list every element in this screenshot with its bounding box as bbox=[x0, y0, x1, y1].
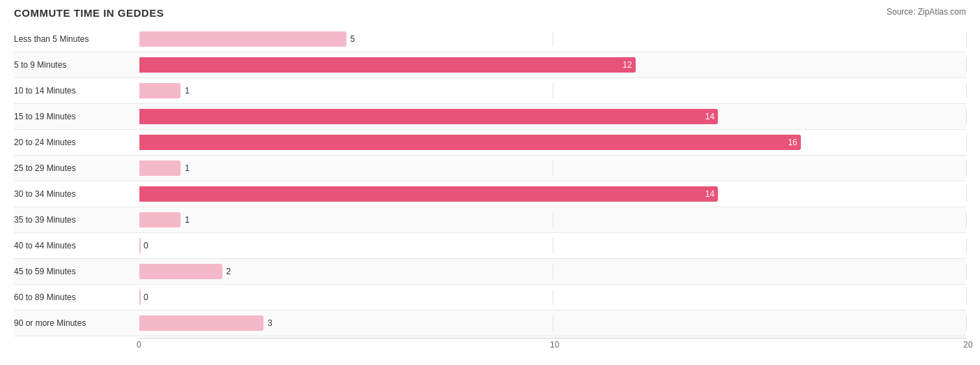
bar-label: Less than 5 Minutes bbox=[14, 34, 139, 44]
bar-row: 5 to 9 Minutes12 bbox=[14, 52, 966, 78]
bar-row: Less than 5 Minutes5 bbox=[14, 27, 966, 52]
bar-container: 1 bbox=[139, 83, 966, 98]
bar-label: 45 to 59 Minutes bbox=[14, 267, 139, 276]
bar bbox=[139, 31, 346, 47]
bar-label: 5 to 9 Minutes bbox=[14, 60, 139, 70]
bar-value-label: 12 bbox=[622, 60, 631, 70]
bar: 12 bbox=[139, 57, 636, 73]
bar-row: 30 to 34 Minutes14 bbox=[14, 181, 966, 207]
bar-value-label: 1 bbox=[185, 215, 190, 225]
bar-label: 10 to 14 Minutes bbox=[14, 86, 139, 96]
x-axis-tick: 0 bbox=[137, 340, 141, 350]
bar-value-label: 0 bbox=[144, 292, 148, 302]
bar-row: 40 to 44 Minutes0 bbox=[14, 233, 966, 259]
bar-value-label: 2 bbox=[227, 267, 231, 276]
bar-label: 35 to 39 Minutes bbox=[14, 215, 139, 225]
bar: 14 bbox=[139, 109, 718, 124]
bar-row: 35 to 39 Minutes1 bbox=[14, 207, 966, 233]
chart-title: COMMUTE TIME IN GEDDES bbox=[14, 7, 164, 19]
bar-label: 40 to 44 Minutes bbox=[14, 241, 139, 251]
bar bbox=[139, 161, 181, 176]
bar-value-label: 14 bbox=[705, 112, 714, 121]
bar-container: 16 bbox=[139, 135, 966, 150]
bar-container: 1 bbox=[139, 212, 966, 228]
bar-row: 10 to 14 Minutes1 bbox=[14, 78, 966, 104]
bar-container: 0 bbox=[139, 238, 966, 253]
x-axis-tick: 20 bbox=[963, 340, 972, 350]
bar-label: 15 to 19 Minutes bbox=[14, 112, 139, 121]
page-container: COMMUTE TIME IN GEDDES Source: ZipAtlas.… bbox=[14, 7, 966, 352]
bar-container: 5 bbox=[139, 31, 966, 47]
chart-area: Less than 5 Minutes55 to 9 Minutes1210 t… bbox=[14, 27, 966, 336]
bar-value-label: 1 bbox=[185, 86, 190, 96]
bar-value-label: 0 bbox=[144, 241, 148, 251]
bar-container: 2 bbox=[139, 264, 966, 279]
bar-label: 30 to 34 Minutes bbox=[14, 189, 139, 199]
bar-container: 14 bbox=[139, 109, 966, 124]
bar bbox=[139, 315, 263, 331]
x-axis: 01020 bbox=[139, 338, 966, 352]
bar bbox=[139, 290, 141, 305]
bar-container: 1 bbox=[139, 161, 966, 176]
bar-row: 20 to 24 Minutes16 bbox=[14, 130, 966, 156]
bar-label: 20 to 24 Minutes bbox=[14, 137, 139, 147]
bar-container: 0 bbox=[139, 290, 966, 305]
bar-row: 45 to 59 Minutes2 bbox=[14, 259, 966, 285]
bar-row: 25 to 29 Minutes1 bbox=[14, 156, 966, 181]
source-label: Source: ZipAtlas.com bbox=[887, 7, 966, 17]
bar-row: 60 to 89 Minutes0 bbox=[14, 285, 966, 311]
bar bbox=[139, 238, 141, 253]
bar bbox=[139, 83, 181, 98]
bar-value-label: 1 bbox=[185, 163, 190, 173]
bar-value-label: 5 bbox=[351, 34, 355, 44]
bar-row: 90 or more Minutes3 bbox=[14, 311, 966, 336]
bar-label: 90 or more Minutes bbox=[14, 318, 139, 328]
bar-row: 15 to 19 Minutes14 bbox=[14, 104, 966, 130]
bar bbox=[139, 212, 181, 228]
bar-container: 14 bbox=[139, 186, 966, 202]
bar: 14 bbox=[139, 186, 718, 202]
bar: 16 bbox=[139, 135, 801, 150]
bar-label: 25 to 29 Minutes bbox=[14, 163, 139, 173]
bar-container: 12 bbox=[139, 57, 966, 73]
bar-label: 60 to 89 Minutes bbox=[14, 292, 139, 302]
bar bbox=[139, 264, 222, 279]
bar-container: 3 bbox=[139, 315, 966, 331]
x-axis-tick: 10 bbox=[550, 340, 559, 350]
bar-value-label: 3 bbox=[268, 318, 273, 328]
bar-value-label: 14 bbox=[705, 189, 714, 199]
bar-value-label: 16 bbox=[788, 137, 797, 147]
